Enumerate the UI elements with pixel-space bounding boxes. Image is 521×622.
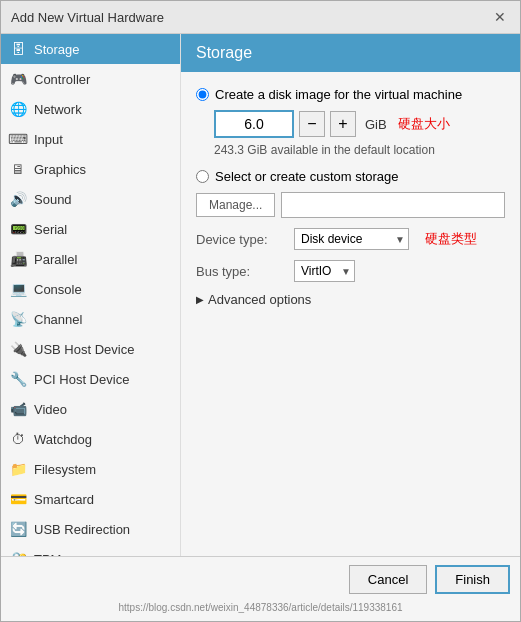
watchdog-icon: ⏱ xyxy=(9,430,27,448)
sound-icon: 🔊 xyxy=(9,190,27,208)
sidebar-item-video[interactable]: 📹 Video xyxy=(1,394,180,424)
serial-icon: 📟 xyxy=(9,220,27,238)
usb-host-icon: 🔌 xyxy=(9,340,27,358)
disk-size-row: − + GiB 硬盘大小 xyxy=(214,110,505,138)
size-unit: GiB xyxy=(365,117,387,132)
sidebar-item-input[interactable]: ⌨ Input xyxy=(1,124,180,154)
console-icon: 💻 xyxy=(9,280,27,298)
device-type-select[interactable]: Disk device CD/DVD device USB device xyxy=(294,228,409,250)
size-increase-button[interactable]: + xyxy=(330,111,356,137)
sidebar-item-smartcard[interactable]: 💳 Smartcard xyxy=(1,484,180,514)
finish-button[interactable]: Finish xyxy=(435,565,510,594)
dialog: Add New Virtual Hardware ✕ 🗄 Storage 🎮 C… xyxy=(0,0,521,622)
sidebar-item-label: Parallel xyxy=(34,252,77,267)
sidebar-item-label: Filesystem xyxy=(34,462,96,477)
dialog-title: Add New Virtual Hardware xyxy=(11,10,164,25)
sidebar-item-label: Network xyxy=(34,102,82,117)
radio-custom-storage-row: Select or create custom storage xyxy=(196,169,505,184)
sidebar-item-watchdog[interactable]: ⏱ Watchdog xyxy=(1,424,180,454)
sidebar-item-parallel[interactable]: 📠 Parallel xyxy=(1,244,180,274)
footer-note: https://blog.csdn.net/weixin_44878336/ar… xyxy=(11,602,510,613)
device-type-label: Device type: xyxy=(196,232,286,247)
sidebar-item-label: USB Redirection xyxy=(34,522,130,537)
sidebar-item-pci-host[interactable]: 🔧 PCI Host Device xyxy=(1,364,180,394)
usb-redir-icon: 🔄 xyxy=(9,520,27,538)
sidebar-item-sound[interactable]: 🔊 Sound xyxy=(1,184,180,214)
content-area: Storage Create a disk image for the virt… xyxy=(181,34,520,556)
sidebar-item-usb-host[interactable]: 🔌 USB Host Device xyxy=(1,334,180,364)
size-decrease-button[interactable]: − xyxy=(299,111,325,137)
parallel-icon: 📠 xyxy=(9,250,27,268)
sidebar-item-filesystem[interactable]: 📁 Filesystem xyxy=(1,454,180,484)
input-icon: ⌨ xyxy=(9,130,27,148)
device-type-hint: 硬盘类型 xyxy=(425,230,477,248)
sidebar-item-storage[interactable]: 🗄 Storage xyxy=(1,34,180,64)
close-button[interactable]: ✕ xyxy=(490,7,510,27)
graphics-icon: 🖥 xyxy=(9,160,27,178)
sidebar-item-label: Storage xyxy=(34,42,80,57)
network-icon: 🌐 xyxy=(9,100,27,118)
sidebar-item-label: Smartcard xyxy=(34,492,94,507)
sidebar-item-label: Console xyxy=(34,282,82,297)
titlebar: Add New Virtual Hardware ✕ xyxy=(1,1,520,34)
advanced-options-label: Advanced options xyxy=(208,292,311,307)
disk-size-input[interactable] xyxy=(214,110,294,138)
sidebar-item-label: Graphics xyxy=(34,162,86,177)
custom-path-input[interactable] xyxy=(281,192,505,218)
bus-type-select[interactable]: VirtIO IDE SATA SCSI xyxy=(294,260,355,282)
pci-host-icon: 🔧 xyxy=(9,370,27,388)
manage-button[interactable]: Manage... xyxy=(196,193,275,217)
sidebar-item-controller[interactable]: 🎮 Controller xyxy=(1,64,180,94)
sidebar-item-label: USB Host Device xyxy=(34,342,134,357)
advanced-options[interactable]: ▶ Advanced options xyxy=(196,292,505,307)
sidebar-item-graphics[interactable]: 🖥 Graphics xyxy=(1,154,180,184)
custom-storage-row: Manage... xyxy=(196,192,505,218)
bus-type-row: Bus type: VirtIO IDE SATA SCSI ▼ xyxy=(196,260,505,282)
sidebar-item-channel[interactable]: 📡 Channel xyxy=(1,304,180,334)
controller-icon: 🎮 xyxy=(9,70,27,88)
main-content: 🗄 Storage 🎮 Controller 🌐 Network ⌨ Input… xyxy=(1,34,520,556)
storage-icon: 🗄 xyxy=(9,40,27,58)
sidebar-item-tpm[interactable]: 🔐 TPM xyxy=(1,544,180,556)
sidebar-item-label: Watchdog xyxy=(34,432,92,447)
bus-type-select-wrapper: VirtIO IDE SATA SCSI ▼ xyxy=(294,260,355,282)
sidebar-item-label: Channel xyxy=(34,312,82,327)
content-header: Storage xyxy=(181,34,520,72)
sidebar-item-label: Video xyxy=(34,402,67,417)
sidebar-item-label: PCI Host Device xyxy=(34,372,129,387)
sidebar-item-label: Sound xyxy=(34,192,72,207)
channel-icon: 📡 xyxy=(9,310,27,328)
device-type-select-wrapper: Disk device CD/DVD device USB device ▼ xyxy=(294,228,409,250)
radio-custom-storage[interactable] xyxy=(196,170,209,183)
sidebar-item-label: Controller xyxy=(34,72,90,87)
smartcard-icon: 💳 xyxy=(9,490,27,508)
disk-size-hint: 硬盘大小 xyxy=(398,115,450,133)
bus-type-label: Bus type: xyxy=(196,264,286,279)
radio-create-disk-row: Create a disk image for the virtual mach… xyxy=(196,87,505,102)
video-icon: 📹 xyxy=(9,400,27,418)
radio-create-disk[interactable] xyxy=(196,88,209,101)
sidebar-item-serial[interactable]: 📟 Serial xyxy=(1,214,180,244)
sidebar-item-label: Serial xyxy=(34,222,67,237)
radio-create-disk-label[interactable]: Create a disk image for the virtual mach… xyxy=(215,87,462,102)
available-space-text: 243.3 GiB available in the default locat… xyxy=(214,143,505,157)
content-body: Create a disk image for the virtual mach… xyxy=(181,72,520,556)
advanced-chevron-icon: ▶ xyxy=(196,294,204,305)
cancel-button[interactable]: Cancel xyxy=(349,565,427,594)
filesystem-icon: 📁 xyxy=(9,460,27,478)
sidebar-item-usb-redir[interactable]: 🔄 USB Redirection xyxy=(1,514,180,544)
sidebar-item-network[interactable]: 🌐 Network xyxy=(1,94,180,124)
sidebar-item-console[interactable]: 💻 Console xyxy=(1,274,180,304)
device-type-row: Device type: Disk device CD/DVD device U… xyxy=(196,228,505,250)
sidebar: 🗄 Storage 🎮 Controller 🌐 Network ⌨ Input… xyxy=(1,34,181,556)
radio-custom-storage-label[interactable]: Select or create custom storage xyxy=(215,169,399,184)
sidebar-item-label: Input xyxy=(34,132,63,147)
footer-buttons: Cancel Finish xyxy=(11,565,510,594)
footer: Cancel Finish https://blog.csdn.net/weix… xyxy=(1,556,520,621)
